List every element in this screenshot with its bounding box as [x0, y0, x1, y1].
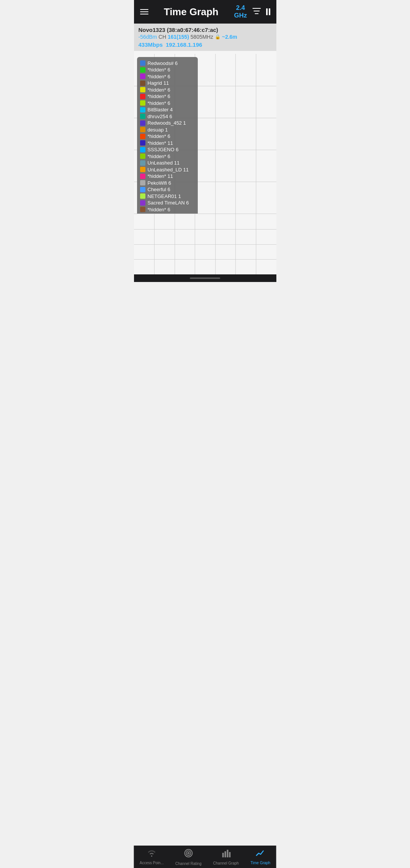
legend-network-name: *hidden* 6	[148, 133, 170, 139]
legend-color-swatch	[140, 114, 145, 119]
svg-rect-1	[254, 11, 260, 11]
legend-color-swatch	[140, 160, 145, 166]
legend-item: *hidden* 11	[140, 140, 195, 146]
legend-network-name: *hidden* 11	[148, 140, 173, 146]
legend-item: *hidden* 6	[140, 207, 195, 212]
legend-color-swatch	[140, 147, 145, 152]
network-info-bar: Novo1323 (38:a0:67:46:c7:ac) -56dBm CH 1…	[134, 24, 276, 51]
legend-network-name: *hidden* 6	[148, 100, 170, 106]
legend-color-swatch	[140, 74, 145, 79]
legend-color-swatch	[140, 214, 145, 214]
legend-color-swatch	[140, 134, 145, 139]
legend-color-swatch	[140, 140, 145, 146]
legend-network-name: *hidden* 6	[148, 67, 170, 73]
legend-color-swatch	[140, 174, 145, 179]
legend-network-name: *hidden* 6	[148, 74, 170, 79]
legend-color-swatch	[140, 167, 145, 172]
legend-network-name: *hidden* 11	[148, 173, 173, 179]
signal-strength: -56dBm	[139, 34, 157, 40]
legend-network-name: UnLeashed_LD 11	[148, 167, 189, 173]
legend-network-name: Sacred TimeLAN 6	[148, 200, 189, 206]
legend-item: *hidden* 11	[140, 173, 195, 179]
legend-network-name: PekoWifi 6	[148, 180, 171, 186]
link-speed: 433Mbps	[139, 41, 163, 48]
legend-item: UnLeashed_LD 11	[140, 167, 195, 173]
legend-network-name: Redwoods_452 1	[148, 120, 186, 126]
network-details: -56dBm CH 161(155) 5805MHz 🔒 ~2.6m	[139, 34, 272, 40]
speed-ip-row: 433Mbps 192.168.1.196	[139, 41, 272, 48]
legend-color-swatch	[140, 81, 145, 86]
channel-number: 161(155)	[168, 34, 189, 40]
legend-color-swatch	[140, 94, 145, 99]
legend-network-name: *hidden* 6	[148, 154, 170, 159]
legend-item: Hagrid 11	[140, 80, 195, 86]
legend-item: *hidden* 6	[140, 213, 195, 214]
scroll-bar-container	[134, 274, 276, 282]
network-legend: Redwoods# 6*hidden* 6*hidden* 6Hagrid 11…	[137, 57, 198, 214]
menu-icon[interactable]	[140, 9, 148, 14]
legend-network-name: desuap 1	[148, 127, 168, 133]
chart-bottom-section	[134, 214, 276, 274]
legend-item: *hidden* 6	[140, 93, 195, 99]
legend-network-name: *hidden* 6	[148, 87, 170, 93]
legend-item: UnLeashed 11	[140, 160, 195, 166]
legend-color-swatch	[140, 180, 145, 185]
legend-network-name: BitBlaster 4	[148, 107, 173, 112]
pause-icon[interactable]	[266, 8, 270, 15]
ssid-display: Novo1323 (38:a0:67:46:c7:ac)	[139, 27, 272, 33]
frequency-display[interactable]: 2.4 GHz	[234, 4, 247, 19]
legend-network-name: dhruv254 6	[148, 114, 172, 119]
legend-item: *hidden* 6	[140, 87, 195, 93]
app-header: Time Graph 2.4 GHz	[134, 0, 276, 24]
legend-network-name: NETGEAR01 1	[148, 193, 181, 199]
legend-item: desuap 1	[140, 127, 195, 133]
legend-color-swatch	[140, 120, 145, 126]
lock-icon: 🔒	[215, 34, 221, 40]
legend-item: Cheerful 6	[140, 187, 195, 192]
legend-item: PekoWifi 6	[140, 180, 195, 186]
legend-item: *hidden* 6	[140, 133, 195, 139]
legend-item: *hidden* 6	[140, 154, 195, 159]
legend-item: NETGEAR01 1	[140, 193, 195, 199]
legend-item: Redwoods_452 1	[140, 120, 195, 126]
legend-network-name: SSSJGENO 6	[148, 147, 179, 152]
filter-icon[interactable]	[252, 8, 261, 16]
page-title: Time Graph	[148, 6, 234, 18]
legend-item: Redwoods# 6	[140, 60, 195, 66]
legend-network-name: *hidden* 6	[148, 213, 170, 214]
legend-item: *hidden* 6	[140, 67, 195, 73]
svg-rect-0	[252, 8, 261, 9]
legend-color-swatch	[140, 200, 145, 206]
legend-color-swatch	[140, 154, 145, 159]
legend-network-name: Hagrid 11	[148, 80, 169, 86]
legend-color-swatch	[140, 187, 145, 192]
legend-color-swatch	[140, 193, 145, 199]
bottom-grid	[134, 214, 276, 274]
legend-color-swatch	[140, 100, 145, 106]
header-controls: 2.4 GHz	[234, 4, 270, 19]
legend-item: dhruv254 6	[140, 114, 195, 119]
legend-color-swatch	[140, 207, 145, 212]
chart-area: Redwoods# 6*hidden* 6*hidden* 6Hagrid 11…	[134, 51, 276, 274]
scroll-indicator	[190, 277, 220, 279]
legend-network-name: *hidden* 6	[148, 93, 170, 99]
legend-network-name: Cheerful 6	[148, 187, 170, 192]
legend-item: *hidden* 6	[140, 100, 195, 106]
legend-item: *hidden* 6	[140, 74, 195, 79]
legend-item: Sacred TimeLAN 6	[140, 200, 195, 206]
legend-color-swatch	[140, 127, 145, 132]
svg-rect-2	[255, 13, 259, 14]
frequency-mhz: 5805MHz	[191, 34, 213, 40]
ip-address: 192.168.1.196	[166, 41, 202, 48]
legend-color-swatch	[140, 107, 145, 112]
legend-color-swatch	[140, 87, 145, 92]
legend-network-name: UnLeashed 11	[148, 160, 180, 166]
connection-time: ~2.6m	[222, 34, 237, 40]
legend-network-name: Redwoods# 6	[148, 60, 178, 66]
legend-color-swatch	[140, 67, 145, 73]
legend-color-swatch	[140, 60, 145, 66]
legend-item: BitBlaster 4	[140, 107, 195, 112]
legend-network-name: *hidden* 6	[148, 207, 170, 212]
legend-item: SSSJGENO 6	[140, 147, 195, 152]
time-graph-chart[interactable]: Redwoods# 6*hidden* 6*hidden* 6Hagrid 11…	[134, 54, 276, 214]
